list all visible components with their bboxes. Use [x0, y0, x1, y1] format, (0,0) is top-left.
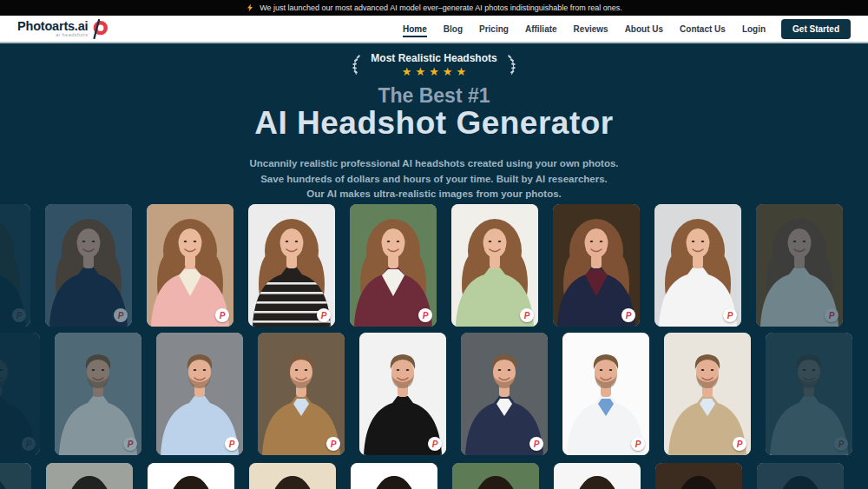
headshot-card: P [148, 463, 234, 489]
laurel-left-icon [350, 51, 363, 78]
announcement-banner: We just launched our most advanced AI mo… [0, 0, 868, 16]
headshot-card: P [452, 463, 539, 489]
headshot-card: P [461, 333, 548, 455]
headshot-card: P [554, 463, 641, 489]
photoarts-watermark-icon: P [621, 308, 635, 322]
headshot-card: P [0, 463, 31, 489]
headshot-card: P [562, 333, 649, 455]
photoarts-watermark-icon: P [834, 437, 848, 451]
headshot-card: P [664, 333, 751, 455]
headshot-gallery: PPPPPPPPPPPPPPPPPPPPPPPPPPP [0, 204, 868, 489]
photoarts-watermark-icon: P [631, 437, 645, 451]
headshot-card: P [351, 463, 437, 489]
nav: HomeBlogPricingAffiliateReviewsAbout UsC… [403, 21, 766, 37]
photoarts-p-icon [90, 19, 108, 39]
page-title: AI Headshot Generator [0, 105, 868, 142]
photoarts-watermark-icon: P [215, 308, 229, 322]
headshot-card: P [156, 333, 243, 455]
headshot-card: P [654, 204, 741, 327]
badge-text: Most Realistic Headshots [371, 52, 496, 64]
female-curly-hair-headshots: PPPPPPPPP [0, 204, 812, 327]
photoarts-watermark-icon: P [317, 308, 331, 322]
photoarts-watermark-icon: P [428, 437, 442, 451]
photoarts-watermark-icon: P [529, 437, 543, 451]
headshot-card: P [756, 204, 843, 327]
headshot-card: P [766, 333, 852, 455]
headshot-card: P [359, 333, 446, 455]
subtitle-line-1: Uncannily realistic professional AI head… [0, 156, 868, 172]
headshot-card: P [0, 333, 40, 455]
photoarts-watermark-icon: P [520, 308, 534, 322]
hero-title-line1: The Best #1 [0, 84, 868, 108]
nav-item-pricing[interactable]: Pricing [479, 21, 509, 37]
headshot-card: P [55, 333, 141, 455]
get-started-button[interactable]: Get Started [781, 19, 851, 39]
logo-subtitle: ai headshots [56, 33, 88, 38]
headshot-card: P [757, 463, 844, 489]
five-star-rating: ★★★★★ [398, 66, 470, 77]
headshot-card: P [147, 204, 233, 327]
headshot-card: P [0, 204, 30, 327]
headshot-card: P [451, 204, 538, 327]
subtitle-line-3: Our AI makes ultra-realistic images from… [0, 187, 868, 202]
rocket-icon [246, 3, 254, 12]
female-dark-hair-headshots: PPPPPPPPP [0, 463, 812, 489]
nav-item-contact-us[interactable]: Contact Us [680, 21, 726, 37]
logo-title: Photoarts.ai [17, 20, 88, 33]
nav-item-reviews[interactable]: Reviews [574, 21, 608, 37]
headshot-card: P [248, 204, 335, 327]
nav-item-blog[interactable]: Blog [444, 21, 463, 37]
announcement-text: We just launched our most advanced AI mo… [260, 3, 622, 12]
headshot-card: P [258, 333, 345, 455]
photoarts-watermark-icon: P [12, 308, 26, 322]
nav-item-affiliate[interactable]: Affiliate [525, 21, 557, 37]
photoarts-watermark-icon: P [723, 308, 737, 322]
headshot-card: P [249, 463, 336, 489]
photoarts-watermark-icon: P [123, 437, 137, 451]
subtitle-line-2: Save hundreds of dollars and hours of yo… [0, 172, 868, 188]
photoarts-watermark-icon: P [733, 437, 746, 451]
photoarts-watermark-icon: P [418, 308, 432, 322]
photoarts-watermark-icon: P [326, 437, 340, 451]
photoarts-watermark-icon: P [225, 437, 239, 451]
nav-item-login[interactable]: Login [742, 21, 766, 37]
male-bearded-headshots: PPPPPPPPP [0, 333, 821, 455]
hero-section: Most Realistic Headshots ★★★★★ The Best … [0, 43, 868, 489]
nav-item-about-us[interactable]: About Us [625, 21, 663, 37]
photoarts-watermark-icon: P [114, 308, 128, 322]
photoarts-watermark-icon: P [825, 308, 838, 322]
headshot-card: P [553, 204, 640, 327]
laurel-right-icon [505, 51, 518, 78]
logo[interactable]: Photoarts.ai ai headshots [17, 19, 108, 39]
realistic-headshots-badge: Most Realistic Headshots ★★★★★ [0, 51, 868, 78]
photoarts-watermark-icon: P [22, 437, 36, 451]
headshot-card: P [350, 204, 437, 327]
header: Photoarts.ai ai headshots HomeBlogPricin… [0, 16, 868, 43]
hero-subtitle: Uncannily realistic professional AI head… [0, 156, 868, 202]
headshot-card: P [45, 204, 132, 327]
nav-item-home[interactable]: Home [403, 21, 427, 37]
headshot-card: P [46, 463, 133, 489]
headshot-card: P [655, 463, 742, 489]
